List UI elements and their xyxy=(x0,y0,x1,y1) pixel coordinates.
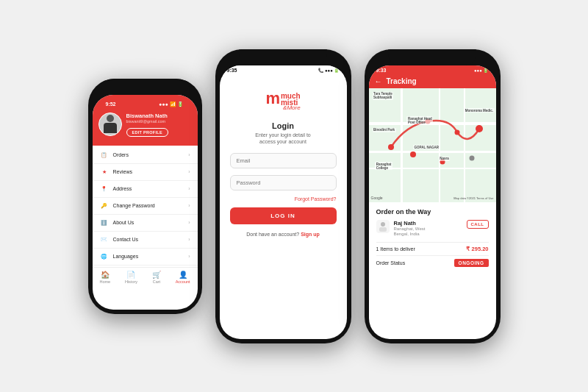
orders-label: Orders xyxy=(113,152,129,157)
time-2: 9:35 xyxy=(227,68,237,73)
profile-section: Biswanath Nath biswanit9@gmail.com EDIT … xyxy=(98,110,192,138)
login-button[interactable]: LOG IN xyxy=(230,207,337,224)
logo-and-more: &More xyxy=(283,105,301,111)
logo-m-letter: m xyxy=(265,90,280,107)
bottom-nav: 🏠 Home 📄 History 🛒 Cart 👤 Account xyxy=(93,267,198,287)
nav-history[interactable]: 📄 History xyxy=(125,271,137,284)
time-3: 9:33 xyxy=(376,68,387,73)
tracking-title: Tracking xyxy=(387,77,417,85)
divider-2 xyxy=(376,255,489,256)
history-label: History xyxy=(125,279,137,284)
order-section: Order on the Way Raj Nath Ranaghat, West… xyxy=(369,202,496,274)
menu-item-about[interactable]: ℹ️ About Us › xyxy=(93,215,198,232)
items-row: 1 Items to deliver ₹ 295.20 xyxy=(376,246,489,252)
phone-login-screen: 9:35 📞 ●●● 🔋 m much misti &More Login En… xyxy=(220,65,347,339)
google-watermark: Google xyxy=(371,196,383,200)
login-subtitle: Enter your login detail toaccess your ac… xyxy=(220,132,347,145)
chevron-icon: › xyxy=(188,254,190,259)
svg-point-0 xyxy=(388,144,394,150)
svg-point-2 xyxy=(454,129,459,135)
status-bar-1: 9:52 ●●● 📶 🔋 xyxy=(98,99,192,110)
menu-item-languages[interactable]: 🌐 Languages › xyxy=(93,249,198,266)
change-password-label: Change Password xyxy=(113,203,155,208)
cart-label: Cart xyxy=(153,279,160,284)
status-bar-3: 9:33 ●●● 🔋 xyxy=(369,65,496,76)
icons-3: ●●● 🔋 xyxy=(474,68,489,73)
call-button[interactable]: CALL xyxy=(467,220,489,229)
back-button[interactable]: ← xyxy=(375,77,382,85)
chevron-icon: › xyxy=(188,152,190,157)
status-label: Order Status xyxy=(376,260,406,266)
phone-tracking: 9:33 ●●● 🔋 ← Tracking xyxy=(365,49,501,343)
icons-1: ●●● 📶 🔋 xyxy=(159,101,184,107)
map-label-nasra: Nasra xyxy=(439,157,451,161)
avatar-body xyxy=(104,123,117,133)
menu-item-orders[interactable]: 📋 Orders › xyxy=(93,147,198,164)
no-account-text: Dont have an account? xyxy=(246,232,299,237)
delivery-info: Raj Nath Ranaghat, WestBengal, India xyxy=(394,220,426,238)
chevron-icon: › xyxy=(188,237,190,242)
contact-icon: ✉️ xyxy=(100,235,109,244)
languages-label: Languages xyxy=(113,254,139,259)
logo-area: m much misti &More xyxy=(220,76,347,117)
profile-header: 9:52 ●●● 📶 🔋 Biswanath Nath biswanit9@gm… xyxy=(93,95,198,146)
forgot-password-link[interactable]: Forgot Password? xyxy=(230,196,337,202)
chevron-icon: › xyxy=(188,220,190,225)
cart-icon: 🛒 xyxy=(152,271,161,279)
map-label-monoroma: Monoroma Medic. xyxy=(464,108,494,113)
delivery-row: Raj Nath Ranaghat, WestBengal, India CAL… xyxy=(376,220,489,238)
signup-link[interactable]: Sign up xyxy=(301,232,320,237)
divider-1 xyxy=(376,242,489,243)
phone-profile-screen: 9:52 ●●● 📶 🔋 Biswanath Nath biswanit9@gm… xyxy=(93,95,198,310)
svg-point-7 xyxy=(381,222,385,227)
menu-item-change-password[interactable]: 🔑 Change Password › xyxy=(93,198,198,215)
nav-home[interactable]: 🏠 Home xyxy=(99,271,110,284)
map-data-label: Map data ©2021 Terms of Use xyxy=(453,196,493,200)
password-icon: 🔑 xyxy=(100,202,109,210)
phone-profile: 9:52 ●●● 📶 🔋 Biswanath Nath biswanit9@gm… xyxy=(88,79,202,314)
avatar-head xyxy=(107,115,114,122)
user-info: Biswanath Nath biswanit9@gmail.com EDIT … xyxy=(126,113,169,137)
chevron-icon: › xyxy=(188,169,190,174)
phone-tracking-screen: 9:33 ●●● 🔋 ← Tracking xyxy=(369,65,496,339)
account-label: Account xyxy=(176,279,190,284)
delivery-address: Ranaghat, WestBengal, India xyxy=(394,227,426,238)
signup-row: Dont have an account? Sign up xyxy=(230,232,337,237)
menu-item-reviews[interactable]: ★ Reviews › xyxy=(93,164,198,181)
delivery-icon xyxy=(376,220,390,233)
address-label: Address xyxy=(113,186,132,191)
menu-item-address[interactable]: 📍 Address › xyxy=(93,181,198,198)
address-icon: 📍 xyxy=(100,185,109,193)
ongoing-badge: ONGOING xyxy=(454,259,489,267)
nav-account[interactable]: 👤 Account xyxy=(176,271,190,284)
password-field[interactable] xyxy=(230,175,337,190)
reviews-icon: ★ xyxy=(100,168,109,177)
avatar-person xyxy=(102,115,118,135)
menu-list: 📋 Orders › ★ Reviews › 📍 Address › xyxy=(93,146,198,267)
email-field[interactable] xyxy=(230,153,337,168)
order-section-title: Order on the Way xyxy=(376,208,489,215)
icons-2: 📞 ●●● 🔋 xyxy=(318,68,339,73)
menu-item-contact[interactable]: ✉️ Contact Us › xyxy=(93,232,198,249)
nav-cart[interactable]: 🛒 Cart xyxy=(152,271,161,284)
svg-point-6 xyxy=(469,155,474,160)
svg-point-3 xyxy=(476,125,483,132)
svg-point-4 xyxy=(410,152,416,157)
logo: m much misti &More xyxy=(265,90,300,111)
orders-icon: 📋 xyxy=(100,151,109,160)
login-form: Forgot Password? LOG IN Dont have an acc… xyxy=(220,145,347,244)
map-label-binodini: Binodini Park xyxy=(373,128,396,132)
home-label: Home xyxy=(99,279,110,284)
tracking-header: ← Tracking xyxy=(369,76,496,88)
user-email: biswanit9@gmail.com xyxy=(126,119,169,124)
login-title: Login xyxy=(220,121,347,130)
edit-profile-button[interactable]: EDIT PROFILE xyxy=(126,128,169,137)
history-icon: 📄 xyxy=(126,271,135,279)
map-label-temple: Tara TempleSubhaspalli xyxy=(373,92,394,100)
delivery-name: Raj Nath xyxy=(394,220,426,227)
time-1: 9:52 xyxy=(106,101,116,107)
about-icon: ℹ️ xyxy=(100,218,109,227)
user-name: Biswanath Nath xyxy=(126,113,169,119)
contact-label: Contact Us xyxy=(113,237,139,242)
phone-login: 9:35 📞 ●●● 🔋 m much misti &More Login En… xyxy=(215,49,351,343)
